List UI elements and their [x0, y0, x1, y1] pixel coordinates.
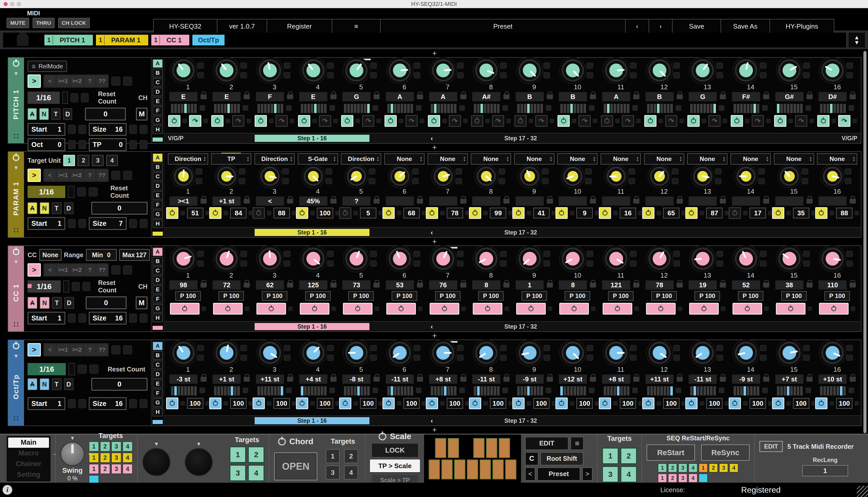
spacer-button[interactable]: [656, 401, 661, 406]
knob-fine-down-button[interactable]: [802, 178, 808, 184]
mini-bar-extra[interactable]: [286, 387, 291, 393]
step-value[interactable]: -11 st: [689, 374, 717, 384]
step-power-button[interactable]: [815, 398, 827, 409]
mini-bar[interactable]: [800, 386, 803, 396]
lock-icon[interactable]: [633, 95, 639, 99]
pattern-letter-e[interactable]: E: [153, 285, 163, 294]
mini-bar[interactable]: [357, 386, 360, 396]
lock-icon[interactable]: [287, 95, 293, 99]
step-power-button[interactable]: [296, 207, 308, 219]
mini-bar[interactable]: [177, 386, 180, 396]
target-button-2[interactable]: 2: [344, 449, 358, 463]
mini-bar[interactable]: [390, 104, 393, 113]
target-button-1[interactable]: 1: [230, 446, 246, 463]
step-power-button[interactable]: [732, 303, 762, 315]
step-knob[interactable]: [648, 342, 671, 364]
dotted-mode-button[interactable]: D: [64, 297, 74, 309]
lock-icon[interactable]: [373, 95, 380, 99]
step-value[interactable]: [819, 197, 846, 205]
step-power-button[interactable]: [213, 303, 243, 315]
step-power-button[interactable]: [343, 303, 372, 315]
utility-button[interactable]: [111, 345, 120, 354]
mini-bar[interactable]: [517, 386, 520, 396]
mini-bar[interactable]: [614, 104, 616, 113]
lock-icon[interactable]: [201, 199, 207, 203]
mini-bar[interactable]: [534, 104, 536, 113]
step-tie-button[interactable]: ↷: [795, 115, 807, 127]
pattern-letter-f[interactable]: F: [153, 389, 163, 398]
step-value[interactable]: 72: [213, 280, 241, 289]
mini-bar[interactable]: [411, 104, 413, 113]
scale-key-white[interactable]: [429, 459, 440, 479]
seq-target-chip[interactable]: 1: [699, 463, 708, 472]
mini-bar[interactable]: [484, 386, 486, 396]
knob-fine-down-button[interactable]: [370, 72, 377, 78]
mini-bar[interactable]: [823, 104, 826, 113]
spacer-button[interactable]: [246, 119, 251, 123]
swing-control[interactable]: ▼ -+ Swing 0 %: [60, 435, 85, 482]
size-field[interactable]: Size7: [89, 217, 127, 230]
mini-bar[interactable]: [694, 104, 696, 113]
randomize-icon[interactable]: ∷: [14, 320, 18, 329]
preset-prev-button[interactable]: ‹: [626, 19, 649, 33]
knob-fine-up-button[interactable]: [845, 168, 851, 174]
mini-bar[interactable]: [497, 104, 500, 113]
pattern-letter-a[interactable]: A: [153, 342, 163, 350]
dir-left-button[interactable]: <: [44, 344, 56, 355]
step-knob[interactable]: [347, 167, 366, 186]
arp-toggle[interactable]: A: [28, 378, 37, 390]
mini-bar[interactable]: [397, 386, 400, 396]
spacer-button[interactable]: [745, 119, 750, 123]
mini-bar[interactable]: [360, 104, 363, 113]
spacer-button[interactable]: [656, 211, 661, 215]
spacer-button[interactable]: [851, 307, 855, 311]
target-button-2[interactable]: 2: [621, 448, 637, 464]
seq-target-chip[interactable]: 1: [658, 473, 667, 483]
mini-bar-extra[interactable]: [329, 387, 335, 393]
seq-target-chip[interactable]: 2: [668, 463, 677, 472]
step-amount-value[interactable]: 5: [360, 208, 376, 218]
menu-hamburger-icon[interactable]: ≡: [332, 19, 381, 33]
param-type-dropdown[interactable]: None: [730, 153, 771, 165]
track-power-icon[interactable]: [13, 60, 19, 67]
step-value[interactable]: G: [689, 92, 717, 101]
target-chip[interactable]: 4: [123, 453, 133, 463]
utility-button[interactable]: [123, 76, 132, 86]
mini-bar[interactable]: [261, 104, 263, 113]
start-field[interactable]: Start1: [28, 397, 65, 410]
step-power-button[interactable]: [687, 115, 700, 127]
scale-preset-next[interactable]: >: [582, 467, 593, 481]
mini-bar[interactable]: [607, 104, 610, 113]
spacer-button[interactable]: [786, 211, 791, 215]
mini-bar-extra[interactable]: [546, 387, 551, 393]
step-amount-value[interactable]: 87: [706, 208, 723, 218]
scale-key-white[interactable]: [467, 459, 478, 479]
spacer-button[interactable]: [723, 119, 727, 123]
step-tie-button[interactable]: ↷: [579, 115, 590, 127]
step-knob[interactable]: [605, 59, 627, 82]
scale-key-black[interactable]: [486, 438, 497, 458]
spacer-button[interactable]: [570, 211, 574, 215]
rate-display[interactable]: 1/16: [28, 186, 65, 198]
lock-icon[interactable]: [720, 199, 726, 203]
target-button-3[interactable]: 3: [230, 465, 246, 481]
step-power-button[interactable]: [298, 115, 310, 127]
scale-power-icon[interactable]: [379, 433, 386, 440]
step-knob[interactable]: [650, 167, 669, 186]
mini-bar[interactable]: [577, 104, 580, 113]
knob-fine-up-button[interactable]: [197, 251, 204, 257]
knob-fine-down-button[interactable]: [499, 178, 505, 184]
step-knob[interactable]: [345, 59, 368, 82]
step-power-button[interactable]: [473, 303, 502, 315]
mini-bar-extra[interactable]: [416, 387, 422, 393]
mini-bar[interactable]: [521, 104, 523, 113]
play-direction-button[interactable]: >: [28, 74, 41, 88]
pattern-letter-c[interactable]: C: [153, 266, 163, 275]
preset-display[interactable]: Preset: [381, 19, 626, 33]
step-value[interactable]: B: [645, 92, 673, 101]
utility-button[interactable]: [68, 125, 76, 134]
mini-bar[interactable]: [820, 386, 823, 396]
mini-bar[interactable]: [664, 104, 666, 113]
utility-button[interactable]: [140, 125, 147, 134]
step-amount-value[interactable]: 17: [750, 208, 766, 218]
